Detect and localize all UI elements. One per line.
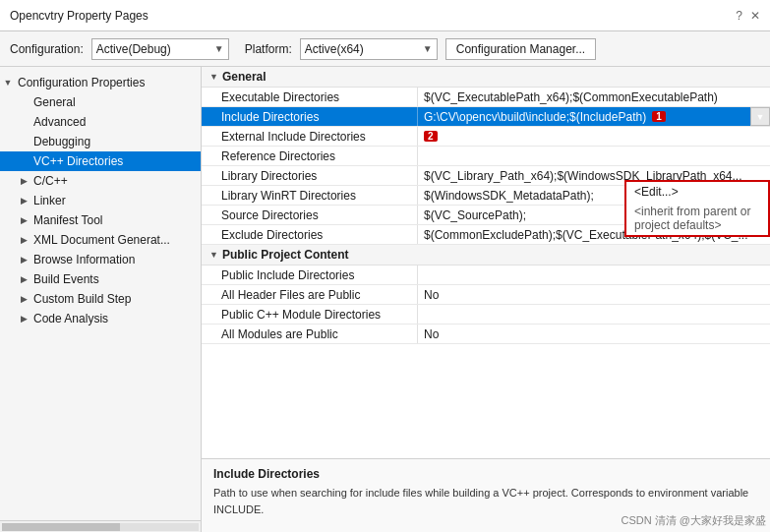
table-row-reference: Reference Directories — [202, 147, 770, 166]
prop-name-source: Source Directories — [202, 206, 418, 224]
general-section-arrow: ▼ — [209, 72, 218, 82]
sidebar-item-linker[interactable]: ▶ Linker — [0, 191, 201, 210]
general-section-header: ▼ General — [202, 67, 770, 88]
browse-arrow: ▶ — [16, 252, 31, 267]
browse-info-label: Browse Information — [31, 253, 135, 266]
prop-value-executable: $(VC_ExecutablePath_x64);$(CommonExecuta… — [418, 88, 770, 106]
sidebar-item-custom-build[interactable]: ▶ Custom Build Step — [0, 289, 201, 309]
config-value: Active(Debug) — [96, 42, 171, 56]
custom-build-arrow: ▶ — [16, 291, 31, 307]
prop-name-include: Include Directories — [202, 107, 418, 126]
prop-name-external-include: External Include Directories — [202, 127, 418, 146]
table-row-include[interactable]: Include Directories G:\CV\opencv\build\i… — [202, 107, 770, 127]
linker-arrow: ▶ — [16, 193, 31, 208]
description-area: Include Directories Path to use when sea… — [202, 458, 770, 532]
vc-directories-label: VC++ Directories — [31, 154, 123, 168]
window-title: Opencvtry Property Pages — [10, 9, 148, 23]
public-project-section-header: ▼ Public Project Content — [202, 245, 770, 266]
dropdown-popup: <Edit...> <inherit from parent or projec… — [624, 180, 770, 237]
tree-section: ▼ Configuration Properties General Advan… — [0, 67, 201, 520]
custom-build-label: Custom Build Step — [31, 292, 131, 306]
c-cpp-arrow: ▶ — [16, 173, 31, 189]
general-label: General — [31, 95, 76, 109]
prop-name-header-public: All Header Files are Public — [202, 285, 418, 304]
popup-edit-item[interactable]: <Edit...> — [626, 182, 768, 202]
sidebar-item-advanced[interactable]: Advanced — [0, 112, 201, 132]
table-row-external-include[interactable]: External Include Directories 2 — [202, 127, 770, 147]
config-manager-button[interactable]: Configuration Manager... — [445, 38, 596, 60]
prop-name-exclude: Exclude Directories — [202, 225, 418, 244]
sidebar-item-manifest-tool[interactable]: ▶ Manifest Tool — [0, 210, 201, 230]
prop-value-cpp-module — [418, 305, 770, 324]
close-icon[interactable]: ✕ — [750, 9, 760, 23]
advanced-label: Advanced — [31, 115, 86, 129]
table-row-modules-public: All Modules are Public No — [202, 325, 770, 344]
xml-doc-arrow: ▶ — [16, 232, 31, 248]
prop-name-library: Library Directories — [202, 166, 418, 185]
public-section-label: Public Project Content — [222, 248, 349, 262]
config-label: Configuration: — [10, 42, 84, 56]
sidebar-item-code-analysis[interactable]: ▶ Code Analysis — [0, 309, 201, 328]
prop-value-header-public: No — [418, 285, 770, 304]
prop-name-library-winrt: Library WinRT Directories — [202, 186, 418, 205]
scrollbar-track — [2, 523, 199, 531]
description-text: Path to use when searching for include f… — [213, 485, 758, 517]
build-events-label: Build Events — [31, 272, 99, 286]
sidebar-item-xml-document[interactable]: ▶ XML Document Generat... — [0, 230, 201, 250]
config-combo[interactable]: Active(Debug) ▼ — [91, 38, 229, 60]
table-row-cpp-module: Public C++ Module Directories — [202, 305, 770, 325]
help-icon[interactable]: ? — [736, 9, 742, 23]
inherit-label: <inherit from parent or project defaults… — [634, 205, 760, 232]
left-scrollbar[interactable] — [0, 520, 201, 532]
debugging-arrow — [16, 134, 31, 149]
sidebar-item-general[interactable]: General — [0, 92, 201, 112]
vc-dir-arrow — [16, 153, 31, 169]
prop-name-cpp-module: Public C++ Module Directories — [202, 305, 418, 324]
prop-value-modules-public: No — [418, 325, 770, 343]
platform-label: Platform: — [245, 42, 292, 56]
linker-label: Linker — [31, 194, 66, 207]
sidebar-item-browse-info[interactable]: ▶ Browse Information — [0, 250, 201, 269]
prop-name-reference: Reference Directories — [202, 147, 418, 165]
sidebar-item-build-events[interactable]: ▶ Build Events — [0, 269, 201, 289]
title-bar: Opencvtry Property Pages ? ✕ — [0, 0, 770, 31]
config-combo-arrow: ▼ — [214, 43, 224, 54]
table-row-header-public: All Header Files are Public No — [202, 285, 770, 305]
properties-area: ▼ General Executable Directories $(VC_Ex… — [202, 67, 770, 458]
description-title: Include Directories — [213, 467, 758, 481]
sidebar-item-debugging[interactable]: Debugging — [0, 132, 201, 151]
code-analysis-arrow: ▶ — [16, 311, 31, 326]
left-panel: ▼ Configuration Properties General Advan… — [0, 67, 202, 532]
popup-inherit-item[interactable]: <inherit from parent or project defaults… — [626, 202, 768, 235]
debugging-label: Debugging — [31, 135, 90, 148]
badge-1: 1 — [652, 111, 666, 122]
build-events-arrow: ▶ — [16, 271, 31, 287]
prop-value-reference — [418, 147, 770, 165]
platform-combo-arrow: ▼ — [423, 43, 433, 54]
main-content: ▼ Configuration Properties General Advan… — [0, 67, 770, 532]
include-dropdown-btn[interactable]: ▼ — [750, 107, 770, 126]
platform-value: Active(x64) — [305, 42, 364, 56]
edit-label: <Edit...> — [634, 185, 679, 199]
prop-name-public-include: Public Include Directories — [202, 266, 418, 284]
sidebar-item-vc-directories[interactable]: VC++ Directories — [0, 151, 201, 171]
tree-root[interactable]: ▼ Configuration Properties — [0, 73, 201, 92]
manifest-arrow: ▶ — [16, 212, 31, 228]
advanced-arrow — [16, 114, 31, 130]
platform-combo[interactable]: Active(x64) ▼ — [300, 38, 438, 60]
code-analysis-label: Code Analysis — [31, 312, 108, 325]
manifest-tool-label: Manifest Tool — [31, 213, 102, 227]
prop-value-external-include: 2 — [418, 127, 770, 146]
prop-name-modules-public: All Modules are Public — [202, 325, 418, 343]
prop-name-executable: Executable Directories — [202, 88, 418, 106]
public-section-arrow: ▼ — [209, 250, 218, 260]
sidebar-item-c-cpp[interactable]: ▶ C/C++ — [0, 171, 201, 191]
prop-value-include: G:\CV\opencv\build\include;$(IncludePath… — [418, 107, 770, 126]
scrollbar-thumb — [2, 523, 120, 531]
table-row-public-include: Public Include Directories — [202, 266, 770, 285]
prop-value-public-include — [418, 266, 770, 284]
root-collapse-arrow: ▼ — [0, 75, 16, 90]
table-row: Executable Directories $(VC_ExecutablePa… — [202, 88, 770, 107]
badge-2: 2 — [424, 131, 438, 142]
c-cpp-label: C/C++ — [31, 174, 68, 188]
